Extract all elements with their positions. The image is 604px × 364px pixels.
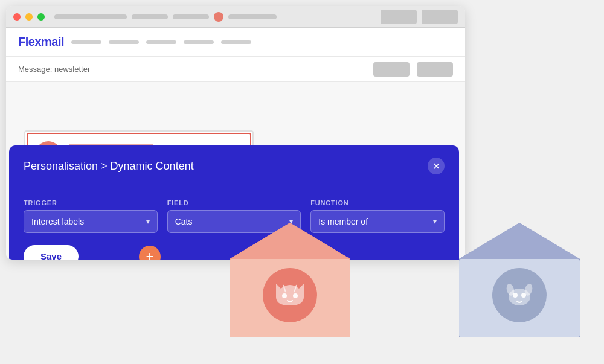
fullscreen-dot[interactable]: [37, 13, 45, 21]
trigger-chevron-icon: ▾: [146, 217, 150, 226]
modal-close-button[interactable]: ✕: [428, 158, 445, 174]
modal-divider: [24, 187, 445, 187]
svg-point-11: [282, 293, 287, 298]
trigger-field-group: TRIGGER Interest labels ▾: [24, 199, 158, 233]
url-segment: [132, 14, 168, 19]
trigger-value: Interest labels: [31, 217, 84, 226]
url-segment: [54, 14, 127, 19]
modal-title: Personalisation > Dynamic Content: [24, 160, 194, 173]
nav-segment: [146, 40, 176, 44]
url-segment: [173, 14, 209, 19]
action-button[interactable]: [417, 62, 453, 77]
minimize-dot[interactable]: [25, 13, 33, 21]
close-dot[interactable]: [13, 13, 21, 21]
modal-header: Personalisation > Dynamic Content ✕: [24, 158, 445, 174]
field-value: Cats: [175, 217, 193, 226]
add-condition-button[interactable]: +: [139, 246, 161, 260]
message-bar: Message: newsletter: [6, 57, 465, 82]
ctrl-button: [381, 10, 417, 24]
browser-titlebar: [6, 6, 465, 28]
action-button[interactable]: [373, 62, 410, 77]
app-header: Flexmail: [6, 28, 465, 57]
flexmail-logo: Flexmail: [18, 35, 64, 49]
nav-segment: [184, 40, 214, 44]
function-label: FUNCTION: [310, 199, 445, 206]
ctrl-button: [422, 10, 458, 24]
url-indicator: [214, 12, 223, 22]
coral-envelope: [223, 211, 356, 346]
field-label: FIELD: [167, 199, 301, 206]
save-button[interactable]: Save: [24, 245, 79, 260]
browser-controls: [381, 10, 458, 24]
nav-segment: [71, 40, 101, 44]
url-segment: [228, 14, 277, 19]
message-label: Message: newsletter: [18, 65, 90, 74]
trigger-select[interactable]: Interest labels ▾: [24, 210, 158, 233]
nav-segment: [109, 40, 139, 44]
function-chevron-icon: ▾: [433, 217, 437, 226]
svg-point-12: [293, 293, 298, 298]
url-bar: [54, 12, 376, 22]
blue-envelope: [453, 211, 586, 346]
trigger-label: TRIGGER: [24, 199, 158, 206]
nav-segment: [221, 40, 251, 44]
